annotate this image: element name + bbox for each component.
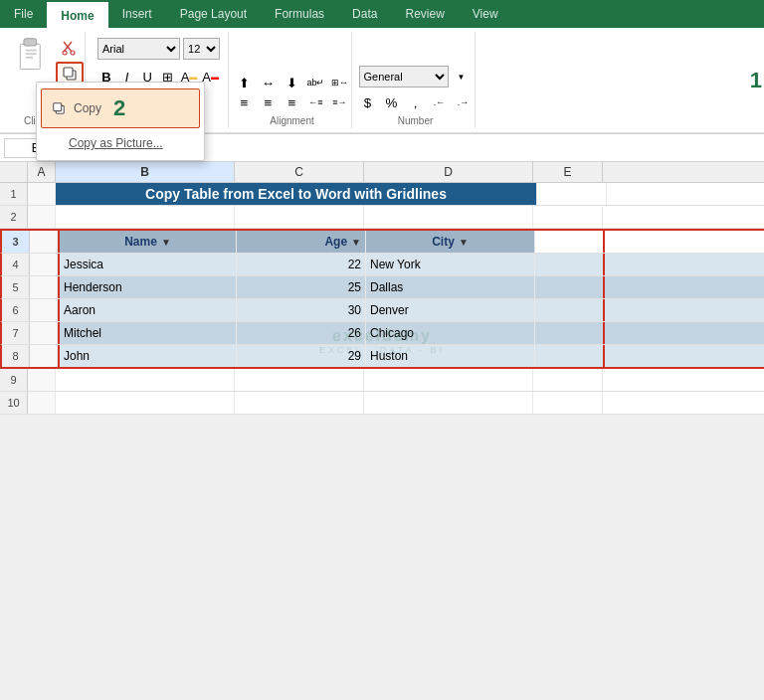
cell-d8[interactable]: Huston	[366, 345, 535, 367]
percent-button[interactable]: %	[381, 93, 403, 111]
increase-indent-button[interactable]: ≡→	[329, 93, 351, 111]
badge-2: 2	[113, 95, 125, 121]
cell-e5[interactable]	[535, 276, 605, 298]
cell-a2[interactable]	[28, 206, 56, 228]
cell-c10[interactable]	[235, 392, 364, 414]
row-num-9: 9	[0, 369, 28, 391]
cell-e1[interactable]	[537, 183, 607, 205]
number-format-expand[interactable]: ▼	[451, 68, 473, 86]
cell-e10[interactable]	[533, 392, 603, 414]
cell-d7[interactable]: Chicago	[366, 322, 535, 344]
cell-b10[interactable]	[56, 392, 235, 414]
cell-d3-city[interactable]: City ▼	[366, 231, 535, 253]
decrease-indent-button[interactable]: ←≡	[305, 93, 327, 111]
copy-label: Copy	[74, 101, 101, 115]
cell-c7[interactable]: 26	[237, 322, 366, 344]
copy-as-picture-item[interactable]: Copy as Picture...	[37, 130, 204, 156]
table-row: 9	[0, 369, 764, 392]
tab-home[interactable]: Home	[47, 2, 107, 28]
filter-arrow-age[interactable]: ▼	[351, 237, 361, 248]
cell-a10[interactable]	[28, 392, 56, 414]
cell-b7[interactable]: Mitchel	[58, 322, 237, 344]
align-center-button[interactable]: ≡	[258, 93, 280, 111]
tab-page-layout[interactable]: Page Layout	[166, 2, 261, 28]
row-num-5: 5	[2, 276, 30, 298]
row-num-2: 2	[0, 206, 28, 228]
formula-input[interactable]	[142, 139, 760, 157]
cell-e9[interactable]	[533, 369, 603, 391]
cell-b9[interactable]	[56, 369, 235, 391]
table-row: 5 Henderson 25 Dallas	[0, 276, 764, 299]
cell-a7[interactable]	[30, 322, 58, 344]
cell-a8[interactable]	[30, 345, 58, 367]
cell-a6[interactable]	[30, 299, 58, 321]
merge-button[interactable]: ⊞↔	[329, 74, 351, 91]
decrease-decimal-button[interactable]: .←	[429, 93, 451, 111]
comma-button[interactable]: ,	[405, 93, 427, 111]
table-row: 3 Name ▼ Age ▼ City ▼	[0, 229, 764, 254]
col-header-e[interactable]: E	[533, 162, 603, 182]
cell-e2[interactable]	[533, 206, 603, 228]
increase-decimal-button[interactable]: .→	[453, 93, 475, 111]
filter-arrow-city[interactable]: ▼	[459, 237, 469, 248]
cell-c3-age[interactable]: Age ▼	[237, 231, 366, 253]
col-header-b[interactable]: B	[56, 162, 235, 182]
col-header-a[interactable]: A	[28, 162, 56, 182]
font-name-select[interactable]: Arial	[97, 38, 180, 60]
cell-c9[interactable]	[235, 369, 364, 391]
cell-c2[interactable]	[235, 206, 364, 228]
cell-e3[interactable]	[535, 231, 605, 253]
cell-e4[interactable]	[535, 254, 605, 275]
cell-d4[interactable]: New York	[366, 254, 535, 275]
cell-e7[interactable]	[535, 322, 605, 344]
cell-c6[interactable]: 30	[237, 299, 366, 321]
align-middle-button[interactable]: ↔	[258, 74, 280, 91]
align-bottom-button[interactable]: ⬇	[282, 74, 303, 91]
cell-c4[interactable]: 22	[237, 254, 366, 275]
cell-a5[interactable]	[30, 276, 58, 298]
align-right-button[interactable]: ≡	[282, 93, 303, 111]
align-top-button[interactable]: ⬆	[234, 74, 256, 91]
cell-d2[interactable]	[364, 206, 533, 228]
cell-a3[interactable]	[30, 231, 58, 253]
tab-review[interactable]: Review	[391, 2, 458, 28]
font-size-select[interactable]: 12	[183, 38, 220, 60]
tab-data[interactable]: Data	[338, 2, 391, 28]
tab-insert[interactable]: Insert	[108, 2, 166, 28]
cell-b5[interactable]: Henderson	[58, 276, 237, 298]
cell-d9[interactable]	[364, 369, 533, 391]
svg-point-7	[63, 51, 67, 55]
copy-dropdown: Copy 2 Copy as Picture...	[36, 82, 205, 161]
tab-file[interactable]: File	[0, 2, 47, 28]
cell-c8[interactable]: 29	[237, 345, 366, 367]
cell-d5[interactable]: Dallas	[366, 276, 535, 298]
align-left-button[interactable]: ≡	[234, 93, 256, 111]
cell-b3-name[interactable]: Name ▼	[58, 231, 237, 253]
cell-b4[interactable]: Jessica	[58, 254, 237, 275]
currency-button[interactable]: $	[357, 93, 379, 111]
spreadsheet: A B C D E 1 Copy Table from Excel to Wor…	[0, 162, 764, 415]
cell-c5[interactable]: 25	[237, 276, 366, 298]
cut-button[interactable]	[56, 36, 84, 60]
cell-d10[interactable]	[364, 392, 533, 414]
cell-e6[interactable]	[535, 299, 605, 321]
col-header-c[interactable]: C	[235, 162, 364, 182]
filter-arrow-name[interactable]: ▼	[161, 237, 171, 248]
col-header-d[interactable]: D	[364, 162, 533, 182]
cell-a9[interactable]	[28, 369, 56, 391]
number-format-select[interactable]: General	[359, 66, 449, 88]
cell-a1[interactable]	[28, 183, 56, 205]
cell-d6[interactable]: Denver	[366, 299, 535, 321]
cell-b1-title[interactable]: Copy Table from Excel to Word with Gridl…	[56, 183, 537, 205]
tab-formulas[interactable]: Formulas	[261, 2, 338, 28]
wrap-text-button[interactable]: ab↵	[305, 74, 327, 91]
cell-e8[interactable]	[535, 345, 605, 367]
cell-b2[interactable]	[56, 206, 235, 228]
svg-rect-2	[26, 50, 37, 52]
cell-b6[interactable]: Aaron	[58, 299, 237, 321]
cell-b8[interactable]: John	[58, 345, 237, 367]
cell-a4[interactable]	[30, 254, 58, 275]
tab-view[interactable]: View	[459, 2, 512, 28]
paste-button[interactable]	[14, 34, 52, 78]
copy-dropdown-copy[interactable]: Copy 2	[41, 88, 200, 128]
